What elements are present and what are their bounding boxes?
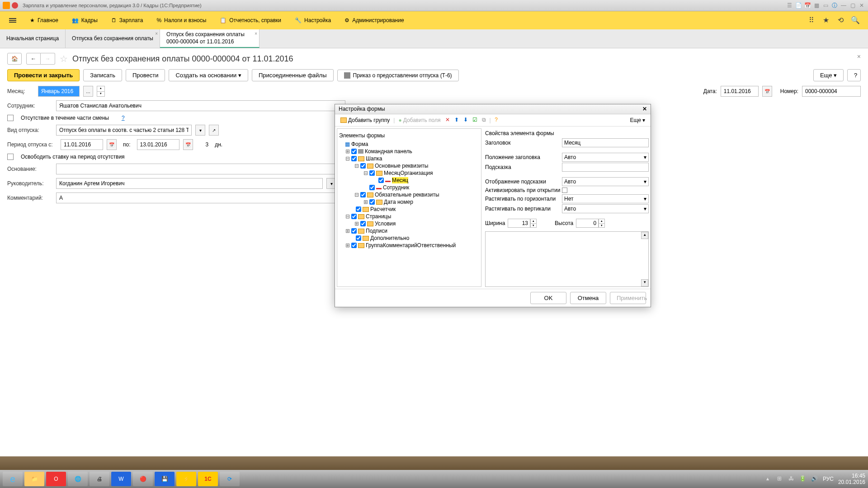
checkall-icon[interactable]: ☑ (471, 117, 478, 124)
close-icon[interactable]: × (255, 31, 257, 36)
leave-type-input[interactable] (56, 125, 192, 136)
apply-button[interactable]: Применить (610, 292, 646, 304)
more-button[interactable]: Еще (813, 69, 844, 81)
move-up-icon[interactable]: ⬆ (453, 117, 460, 124)
tab-start[interactable]: Начальная страница (0, 29, 66, 48)
employee-input[interactable] (56, 100, 345, 111)
close-icon[interactable]: ✕ (642, 106, 647, 113)
date-from-input[interactable] (61, 139, 103, 150)
prop-activate-checkbox[interactable] (562, 188, 567, 193)
prop-title-input[interactable] (562, 138, 649, 147)
post-button[interactable]: Провести (126, 69, 165, 81)
free-rate-checkbox[interactable] (7, 154, 14, 160)
reason-input[interactable] (56, 164, 345, 174)
scroll-down-icon[interactable]: ▾ (641, 279, 648, 286)
save-button[interactable]: Записать (83, 69, 122, 81)
taskbar-1c-icon[interactable]: 1C (198, 472, 218, 486)
minimize-icon[interactable]: — (840, 2, 847, 9)
menu-taxes[interactable]: %Налоги и взносы (156, 17, 206, 23)
tab-document[interactable]: Отпуск без сохранения оплаты0000-000004 … (160, 29, 259, 48)
prop-stretchv-select[interactable]: Авто▾ (562, 204, 649, 213)
cancel-button[interactable]: Отмена (570, 292, 606, 304)
taskbar-word-icon[interactable]: W (111, 472, 131, 486)
create-based-button[interactable]: Создать на основании (169, 69, 248, 81)
home-button[interactable]: 🏠 (7, 53, 22, 65)
post-and-close-button[interactable]: Провести и закрыть (7, 69, 80, 81)
close-icon[interactable]: ✕ (858, 2, 865, 9)
more-button[interactable]: Еще▾ (628, 116, 647, 124)
search-icon[interactable]: 🔍 (851, 16, 859, 24)
taskbar-clock[interactable]: 16:45 20.01.2016 (838, 473, 865, 486)
tab-list[interactable]: Отпуска без сохранения оплаты× (66, 29, 160, 48)
move-down-icon[interactable]: ⬇ (462, 117, 469, 124)
apps-icon[interactable]: ⠿ (807, 16, 816, 24)
tray-language[interactable]: РУС (823, 476, 834, 482)
toolbar-icon[interactable]: ▭ (822, 2, 829, 9)
menu-settings[interactable]: 🔧Настройка (295, 17, 331, 23)
part-shift-checkbox[interactable] (7, 115, 14, 121)
month-picker-button[interactable]: … (83, 86, 93, 97)
toolbar-icon[interactable]: 📅 (804, 2, 811, 9)
menu-main[interactable]: ★Главное (30, 17, 58, 23)
prop-height-input[interactable] (576, 219, 599, 228)
help-button[interactable]: ? (847, 69, 861, 81)
scroll-up-icon[interactable]: ▴ (641, 232, 648, 239)
dropdown-button[interactable]: ▾ (195, 125, 205, 136)
date-picker-button[interactable]: 📅 (762, 86, 772, 97)
width-spinner[interactable]: ▴▾ (530, 219, 537, 228)
add-group-button[interactable]: Добавить группу (339, 116, 392, 124)
tray-network-icon[interactable]: 🖧 (788, 475, 795, 483)
close-icon[interactable]: × (155, 31, 158, 36)
help-link[interactable]: ? (122, 115, 125, 121)
date-input[interactable] (721, 86, 759, 97)
month-spinner[interactable]: ▴▾ (97, 86, 105, 97)
taskbar-save-icon[interactable]: 💾 (155, 472, 175, 486)
comment-input[interactable] (56, 192, 345, 203)
prop-hintdisp-select[interactable]: Авто▾ (562, 177, 649, 186)
month-input[interactable] (38, 86, 80, 97)
menu-reports[interactable]: 📋Отчетность, справки (220, 17, 281, 23)
number-input[interactable] (802, 86, 861, 97)
info-icon[interactable]: ⓘ (831, 2, 838, 9)
manager-input[interactable] (56, 178, 323, 189)
date-picker-button[interactable]: 📅 (183, 139, 193, 150)
taskbar-ie-icon[interactable]: e (3, 472, 23, 486)
copy-icon[interactable]: ⧉ (480, 117, 487, 124)
close-icon[interactable]: × (857, 53, 861, 60)
menu-hr[interactable]: 👥Кадры (72, 17, 98, 23)
favorite-star-icon[interactable]: ☆ (60, 53, 68, 64)
date-picker-button[interactable]: 📅 (107, 139, 117, 150)
print-order-button[interactable]: Приказ о предоставлении отпуска (Т-6) (337, 70, 459, 81)
toolbar-icon[interactable]: ▦ (813, 2, 820, 9)
tray-battery-icon[interactable]: 🔋 (799, 475, 807, 483)
help-icon[interactable]: ? (493, 117, 500, 124)
menu-admin[interactable]: ⚙Администрирование (344, 17, 404, 23)
taskbar-scanner-icon[interactable]: 🖨 (90, 472, 109, 486)
delete-icon[interactable]: ✕ (444, 117, 451, 124)
tree-selected-item[interactable]: Месяц (392, 177, 408, 183)
form-elements-tree[interactable]: Элементы формы ▦Форма ⊞Командная панель … (337, 128, 481, 287)
taskbar-teamviewer-icon[interactable]: ⟳ (220, 472, 240, 486)
taskbar-app-icon[interactable]: 🌐 (68, 472, 88, 486)
prop-stretchh-select[interactable]: Нет▾ (562, 194, 649, 203)
prop-width-input[interactable] (508, 219, 530, 228)
date-to-input[interactable] (137, 139, 179, 150)
prop-titlepos-select[interactable]: Авто▾ (562, 153, 649, 162)
taskbar-chrome-icon[interactable]: 🔴 (133, 472, 153, 486)
back-button[interactable]: ← (26, 53, 41, 65)
prop-hint-input[interactable] (562, 163, 649, 172)
open-button[interactable]: ↗ (209, 125, 219, 136)
taskbar-app-icon[interactable]: ⚡ (176, 472, 196, 486)
toolbar-icon[interactable]: ☰ (786, 2, 793, 9)
ok-button[interactable]: OK (530, 292, 566, 304)
tray-volume-icon[interactable]: 🔊 (811, 475, 818, 483)
toolbar-icon[interactable]: 📄 (795, 2, 802, 9)
maximize-icon[interactable]: ▢ (849, 2, 856, 9)
forward-button[interactable]: → (41, 53, 55, 65)
attached-files-button[interactable]: Присоединенные файлы (252, 69, 334, 81)
tray-action-icon[interactable]: ⊞ (776, 475, 783, 483)
menu-burger-icon[interactable] (9, 17, 16, 23)
history-icon[interactable]: ⟲ (836, 16, 844, 24)
height-spinner[interactable]: ▴▾ (599, 219, 605, 228)
taskbar-explorer-icon[interactable]: 📁 (24, 472, 44, 486)
